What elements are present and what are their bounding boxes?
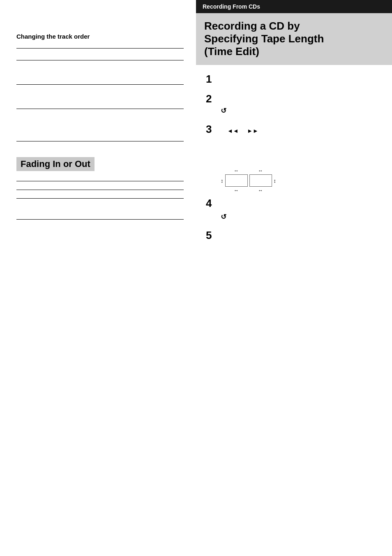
box-1 (225, 174, 248, 187)
rule-9 (16, 219, 184, 220)
step-5-block: 5 (206, 229, 382, 241)
arrow-col-2: ↔ ↔ (249, 168, 272, 193)
rule-4 (16, 109, 184, 109)
steps-container: 1 2 ↺ 3 (196, 73, 392, 258)
repeat-icon-step4: ↺ (221, 213, 226, 221)
arrow-ud-1: ↕ (221, 178, 224, 184)
right-column: Recording From CDs Recording a CD by Spe… (196, 0, 392, 556)
arrow-lr-4: ↔ (258, 188, 263, 193)
section-title-track-order: Changing the track order (16, 33, 184, 40)
rule-8 (16, 198, 184, 199)
bottom-rules (16, 181, 184, 220)
box-2 (249, 174, 272, 187)
step-4-arrow-grid-area: ↕ ↔ ↔ ↔ ↔ ↕ (206, 168, 382, 193)
step-4-text (224, 205, 382, 207)
rule-2 (16, 60, 184, 60)
step-5-text (224, 237, 382, 239)
rule-7 (16, 190, 184, 190)
top-rules (16, 48, 184, 141)
page-title: Recording a CD by Specifying Tape Length… (204, 20, 384, 58)
arrow-col-1: ↔ ↔ (225, 168, 248, 193)
ffwd-icon (247, 127, 258, 134)
fading-label: Fading In or Out (16, 157, 95, 171)
step-2-text (224, 101, 382, 102)
step-1-number: 1 (206, 73, 221, 85)
rule-6 (16, 181, 184, 181)
step-2-icons: ↺ (221, 107, 382, 115)
arrow-lr-1: ↔ (234, 168, 239, 174)
step-3-icons (227, 127, 258, 134)
rule-1 (16, 48, 184, 49)
step-4-number: 4 (206, 197, 221, 209)
rewind-icon (227, 127, 239, 134)
arrow-grid-row1: ↕ ↔ ↔ ↔ ↔ ↕ (221, 168, 382, 193)
step-3-block: 3 (206, 123, 382, 135)
rule-3 (16, 84, 184, 85)
step-2-number: 2 (206, 93, 221, 105)
repeat-icon-step2: ↺ (221, 107, 226, 115)
step-2-block: 2 ↺ (206, 93, 382, 115)
step-4-icons: ↺ (221, 213, 382, 221)
rule-5 (16, 141, 184, 141)
spacer-1 (206, 143, 382, 168)
arrow-ud-2: ↕ (274, 178, 277, 184)
step-1-header: 1 (206, 73, 382, 85)
step-3-header: 3 (206, 123, 382, 135)
arrow-lr-3: ↔ (258, 168, 263, 174)
fading-section: Fading In or Out (16, 153, 184, 177)
step-1-text (224, 81, 382, 83)
step-5-number: 5 (206, 229, 221, 241)
step-2-header: 2 (206, 93, 382, 105)
step-4-block: 4 ↺ (206, 197, 382, 221)
step-3-number: 3 (206, 123, 221, 135)
step-1-block: 1 (206, 73, 382, 85)
left-column: Changing the track order Fading In or Ou… (0, 0, 196, 556)
header-bar: Recording From CDs (196, 0, 392, 13)
arrow-lr-2: ↔ (234, 188, 239, 193)
step-5-header: 5 (206, 229, 382, 241)
title-box: Recording a CD by Specifying Tape Length… (196, 13, 392, 65)
step-4-header: 4 (206, 197, 382, 209)
